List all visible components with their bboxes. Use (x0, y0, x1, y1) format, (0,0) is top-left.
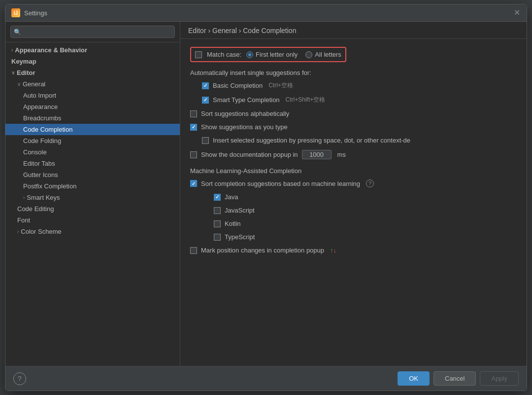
insert-by-space-label: Insert selected suggestion by pressing s… (213, 137, 410, 144)
java-row: Java (214, 192, 517, 202)
basic-completion-hint: Ctrl+空格 (268, 81, 293, 90)
search-box: 🔍 (5, 22, 180, 42)
title-bar-left: IJ Settings (11, 8, 47, 17)
mark-position-checkbox[interactable] (190, 247, 197, 254)
javascript-checkbox[interactable] (214, 207, 221, 214)
javascript-row: JavaScript (214, 206, 517, 215)
show-doc-popup-checkbox[interactable] (190, 151, 197, 158)
ml-section-label: Machine Learning-Assisted Completion (190, 167, 517, 175)
sort-suggestions-label: Sort suggestions alphabetically (201, 110, 289, 117)
settings-dialog: IJ Settings ✕ 🔍 › Appearance & Behavior (5, 4, 527, 391)
match-case-row: Match case: First letter only All letter… (190, 47, 346, 62)
title-bar: IJ Settings ✕ (5, 4, 527, 22)
sidebar-item-postfix-completion[interactable]: Postfix Completion (5, 180, 180, 192)
insert-by-space-row: Insert selected suggestion by pressing s… (202, 136, 517, 145)
radio-all-letters[interactable]: All letters (305, 51, 341, 58)
show-suggestions-checkbox[interactable] (190, 124, 197, 131)
sidebar-item-console[interactable]: Console (5, 146, 180, 158)
java-checkbox[interactable] (214, 194, 221, 201)
settings-tree: › Appearance & Behavior Keymap ∨ Editor … (5, 42, 180, 366)
chevron-icon: ∨ (17, 81, 21, 87)
doc-popup-suffix: ms (337, 151, 346, 158)
insert-by-space-checkbox[interactable] (202, 137, 209, 144)
sidebar-item-code-completion[interactable]: Code Completion (5, 124, 180, 135)
show-doc-popup-row: Show the documentation popup in ms (190, 149, 517, 160)
ml-sort-label: Sort completion suggestions based on mac… (201, 180, 360, 187)
radio-first-letter-label: First letter only (256, 51, 298, 58)
radio-first-letter-indicator (246, 51, 253, 58)
basic-completion-row: Basic Completion Ctrl+空格 (202, 80, 517, 91)
sidebar-item-appearance-behavior[interactable]: › Appearance & Behavior (5, 44, 180, 56)
sidebar-item-editor[interactable]: ∨ Editor (5, 67, 180, 78)
sidebar: 🔍 › Appearance & Behavior Keymap ∨ Edito… (5, 22, 180, 366)
sidebar-item-general[interactable]: ∨ General (5, 78, 180, 90)
radio-all-letters-indicator (305, 51, 312, 58)
typescript-label: TypeScript (225, 233, 255, 241)
dialog-title: Settings (24, 9, 47, 17)
ml-sort-help-icon[interactable]: ? (366, 180, 374, 187)
sidebar-item-editor-tabs[interactable]: Editor Tabs (5, 158, 180, 169)
main-panel: Editor › General › Code Completion Match… (180, 22, 527, 366)
show-doc-popup-label: Show the documentation popup in (201, 151, 298, 158)
match-case-checkbox[interactable] (195, 51, 202, 58)
settings-content: Match case: First letter only All letter… (180, 39, 527, 366)
sidebar-item-color-scheme[interactable]: › Color Scheme (5, 226, 180, 237)
auto-insert-section-label: Automatically insert single suggestions … (190, 69, 517, 76)
search-input[interactable] (10, 26, 175, 38)
smart-type-checkbox[interactable] (202, 97, 209, 104)
mark-position-label: Mark position changes in completion popu… (201, 247, 324, 254)
show-suggestions-row: Show suggestions as you type (190, 122, 517, 132)
ml-sort-checkbox[interactable] (190, 180, 197, 187)
chevron-icon: › (23, 195, 25, 200)
sidebar-item-code-editing[interactable]: Code Editing (5, 203, 180, 215)
chevron-icon: ∨ (11, 70, 15, 75)
search-icon: 🔍 (14, 29, 21, 36)
radio-first-letter[interactable]: First letter only (246, 51, 298, 58)
footer: ? OK Cancel Apply (5, 366, 527, 391)
show-suggestions-label: Show suggestions as you type (201, 123, 288, 131)
close-button[interactable]: ✕ (513, 9, 521, 17)
ml-sort-row: Sort completion suggestions based on mac… (190, 179, 517, 188)
kotlin-row: Kotlin (214, 219, 517, 228)
chevron-icon: › (11, 47, 13, 53)
smart-type-label: Smart Type Completion (213, 96, 280, 104)
sidebar-item-breadcrumbs[interactable]: Breadcrumbs (5, 112, 180, 124)
app-icon: IJ (11, 8, 20, 17)
apply-button[interactable]: Apply (480, 371, 519, 386)
sidebar-item-appearance[interactable]: Appearance (5, 101, 180, 112)
match-case-radio-group: First letter only All letters (246, 51, 341, 58)
basic-completion-label: Basic Completion (213, 82, 263, 89)
sidebar-item-auto-import[interactable]: Auto Import (5, 90, 180, 101)
footer-right: OK Cancel Apply (398, 371, 519, 386)
doc-popup-input[interactable] (302, 150, 332, 159)
java-label: Java (225, 193, 238, 201)
sidebar-item-smart-keys[interactable]: › Smart Keys (5, 192, 180, 203)
kotlin-checkbox[interactable] (214, 220, 221, 227)
typescript-row: TypeScript (214, 232, 517, 242)
sort-suggestions-row: Sort suggestions alphabetically (190, 109, 517, 118)
match-case-label: Match case: (207, 51, 241, 58)
ok-button[interactable]: OK (398, 371, 430, 386)
help-button[interactable]: ? (13, 372, 26, 385)
sidebar-item-gutter-icons[interactable]: Gutter Icons (5, 169, 180, 180)
typescript-checkbox[interactable] (214, 234, 221, 241)
radio-all-letters-label: All letters (315, 51, 341, 58)
chevron-icon: › (17, 229, 19, 234)
footer-left: ? (13, 372, 26, 385)
cancel-button[interactable]: Cancel (433, 371, 476, 386)
mark-position-row: Mark position changes in completion popu… (190, 246, 517, 255)
sidebar-item-font[interactable]: Font (5, 215, 180, 226)
search-wrap: 🔍 (10, 26, 175, 38)
breadcrumb: Editor › General › Code Completion (180, 22, 527, 39)
sidebar-item-code-folding[interactable]: Code Folding (5, 135, 180, 146)
javascript-label: JavaScript (225, 207, 255, 214)
content-area: 🔍 › Appearance & Behavior Keymap ∨ Edito… (5, 22, 527, 366)
sort-suggestions-checkbox[interactable] (190, 110, 197, 117)
sidebar-item-keymap[interactable]: Keymap (5, 56, 180, 67)
basic-completion-checkbox[interactable] (202, 82, 209, 89)
smart-type-row: Smart Type Completion Ctrl+Shift+空格 (202, 95, 517, 105)
smart-type-hint: Ctrl+Shift+空格 (286, 96, 326, 104)
arrows-icon: ↑↓ (330, 247, 336, 254)
kotlin-label: Kotlin (225, 220, 241, 227)
